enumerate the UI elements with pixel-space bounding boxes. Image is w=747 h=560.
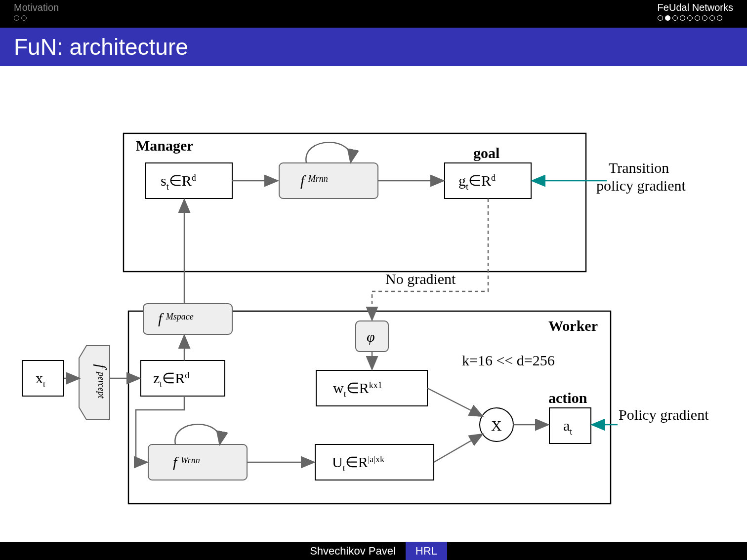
- nav-feudal-label[interactable]: FeUdal Networks: [658, 2, 733, 13]
- progress-dot[interactable]: [687, 15, 693, 21]
- nav-right-dots: [658, 15, 733, 21]
- slide-footer: Shvechikov Pavel HRL: [0, 542, 747, 560]
- wrnn-self-loop: [175, 424, 220, 444]
- mult-label: X: [491, 417, 502, 434]
- f-mrnn-box: [279, 163, 378, 199]
- action-label: action: [548, 390, 587, 406]
- policy-gradient-label: policy gradient: [596, 177, 686, 194]
- progress-dot[interactable]: [717, 15, 722, 21]
- progress-dot[interactable]: [658, 15, 663, 21]
- goal-label: goal: [473, 145, 499, 161]
- nav-right: FeUdal Networks: [658, 2, 733, 21]
- transition-label: Transition: [609, 160, 669, 176]
- footer-author: Shvechikov Pavel: [300, 542, 406, 560]
- k-note: k=16 << d=256: [462, 352, 555, 368]
- xt-box: [22, 360, 64, 396]
- progress-dot-current[interactable]: [665, 15, 670, 21]
- architecture-diagram: Manager Worker xt f percept zt∈Rd f Mspa…: [0, 84, 747, 542]
- progress-dot[interactable]: [709, 15, 715, 21]
- arrow-ut-x: [434, 435, 482, 462]
- progress-dot[interactable]: [14, 15, 19, 21]
- nav-left: Motivation: [14, 2, 59, 21]
- arrow-wt-x: [427, 388, 482, 416]
- top-nav: Motivation FeUdal Networks: [0, 0, 747, 28]
- progress-dot[interactable]: [21, 15, 27, 21]
- slide-title: FuN: architecture: [0, 28, 747, 66]
- progress-dot[interactable]: [672, 15, 678, 21]
- manager-frame: [124, 133, 586, 272]
- progress-dot[interactable]: [680, 15, 685, 21]
- no-gradient-label: No gradient: [385, 271, 456, 287]
- manager-label: Manager: [136, 137, 194, 154]
- arrow-no-gradient: [372, 199, 488, 319]
- at-box: [549, 408, 591, 443]
- footer-topic: HRL: [406, 542, 447, 560]
- progress-dot[interactable]: [702, 15, 707, 21]
- worker-label: Worker: [548, 318, 598, 334]
- phi-label: φ: [367, 328, 375, 345]
- mrnn-self-loop: [306, 142, 351, 163]
- nav-left-dots: [14, 15, 59, 21]
- progress-dot[interactable]: [695, 15, 700, 21]
- policy-gradient-2: Policy gradient: [619, 406, 709, 423]
- nav-motivation-label[interactable]: Motivation: [14, 2, 59, 13]
